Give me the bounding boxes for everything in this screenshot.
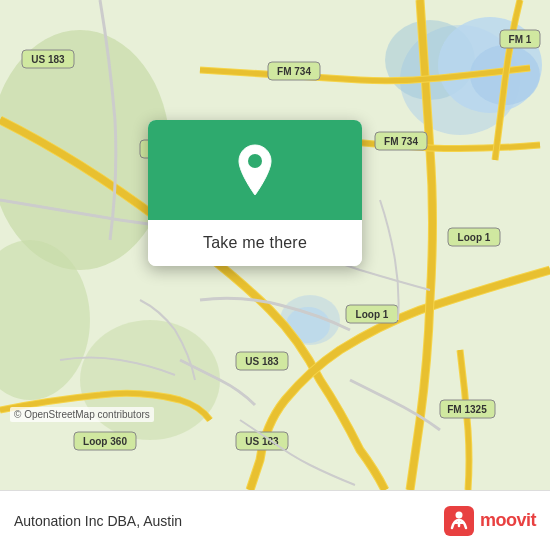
svg-text:Loop 1: Loop 1 [356,309,389,320]
svg-text:FM 1: FM 1 [509,34,532,45]
svg-text:US 183: US 183 [245,436,279,447]
moovit-wordmark: moovit [480,510,536,531]
svg-text:Loop 360: Loop 360 [83,436,127,447]
svg-text:US 183: US 183 [245,356,279,367]
svg-point-3 [80,320,220,440]
moovit-icon [444,506,474,536]
svg-text:FM 734: FM 734 [277,66,311,77]
bottom-bar: Autonation Inc DBA, Austin moovit [0,490,550,550]
svg-text:Loop 1: Loop 1 [458,232,491,243]
popup-top [148,120,362,220]
popup-card: Take me there [148,120,362,266]
location-text: Autonation Inc DBA, Austin [14,513,182,529]
location-pin-icon [233,143,277,197]
moovit-logo: moovit [444,506,536,536]
svg-text:US 183: US 183 [31,54,65,65]
svg-point-34 [455,511,462,518]
map-copyright: © OpenStreetMap contributors [10,407,154,422]
map-container: US 183 US 183 FM 734 FM 1 FM 734 Loop 1 … [0,0,550,490]
take-me-there-button[interactable]: Take me there [148,220,362,266]
svg-point-32 [248,154,262,168]
svg-text:FM 1325: FM 1325 [447,404,487,415]
svg-text:FM 734: FM 734 [384,136,418,147]
